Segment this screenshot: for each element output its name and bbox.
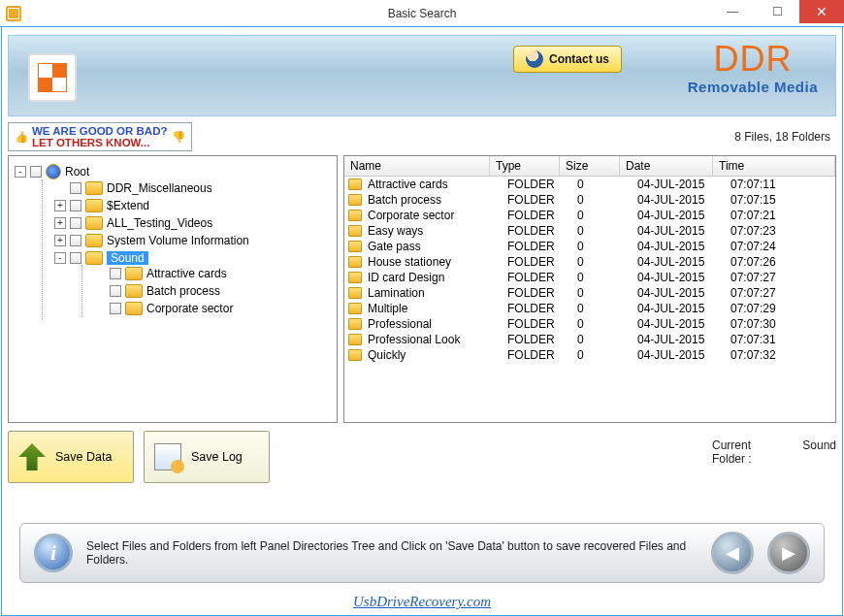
cell-name: Quickly bbox=[368, 348, 507, 362]
tree-checkbox[interactable] bbox=[70, 217, 81, 229]
cell-time: 07:07:15 bbox=[730, 193, 808, 207]
file-row[interactable]: Easy waysFOLDER004-JUL-201507:07:23 bbox=[344, 223, 835, 239]
cell-type: FOLDER bbox=[507, 271, 577, 284]
tree-expander[interactable]: - bbox=[54, 252, 66, 264]
cell-time: 07:07:26 bbox=[730, 255, 808, 269]
cell-type: FOLDER bbox=[507, 178, 577, 191]
col-size[interactable]: Size bbox=[560, 156, 620, 176]
folder-icon bbox=[348, 334, 362, 345]
cell-date: 04-JUL-2015 bbox=[637, 255, 730, 269]
cell-time: 07:07:29 bbox=[730, 302, 808, 315]
file-row[interactable]: Corporate sectorFOLDER004-JUL-201507:07:… bbox=[344, 208, 835, 223]
tree-node-label: DDR_Miscellaneous bbox=[107, 181, 212, 195]
tree-checkbox[interactable] bbox=[110, 268, 121, 279]
cell-time: 07:07:30 bbox=[730, 317, 808, 331]
file-row[interactable]: Professional LookFOLDER004-JUL-201507:07… bbox=[344, 332, 835, 347]
tree-node-label: Attractive cards bbox=[146, 267, 227, 280]
file-row[interactable]: ProfessionalFOLDER004-JUL-201507:07:30 bbox=[344, 316, 835, 332]
folder-icon bbox=[348, 225, 362, 237]
cell-name: Professional bbox=[368, 317, 507, 331]
cell-type: FOLDER bbox=[507, 348, 577, 362]
cell-date: 04-JUL-2015 bbox=[637, 348, 730, 362]
footer-link[interactable]: UsbDriveRecovery.com bbox=[353, 594, 491, 610]
tree-checkbox[interactable] bbox=[110, 285, 121, 297]
folder-icon bbox=[348, 178, 362, 190]
drive-icon bbox=[46, 164, 61, 179]
tree-node[interactable]: DDR_Miscellaneous bbox=[54, 181, 337, 195]
file-row[interactable]: House stationeyFOLDER004-JUL-201507:07:2… bbox=[344, 254, 835, 270]
tree-node[interactable]: Batch process bbox=[94, 284, 337, 298]
document-icon bbox=[154, 443, 181, 470]
file-rows[interactable]: Attractive cardsFOLDER004-JUL-201507:07:… bbox=[344, 177, 835, 422]
tree-checkbox[interactable] bbox=[70, 200, 81, 211]
cell-type: FOLDER bbox=[507, 240, 577, 253]
tree-checkbox[interactable] bbox=[70, 182, 81, 194]
tree-node-label: Batch process bbox=[146, 284, 220, 298]
folder-icon bbox=[125, 284, 143, 298]
tree-node[interactable]: +ALL_Testing_Videos bbox=[54, 216, 337, 230]
tree-expander[interactable]: + bbox=[54, 217, 66, 229]
tree-node[interactable]: Attractive cards bbox=[94, 267, 337, 280]
folder-icon bbox=[348, 241, 362, 252]
tree-node-label: $Extend bbox=[107, 199, 149, 212]
tree-expander[interactable]: - bbox=[15, 166, 26, 178]
person-icon bbox=[526, 50, 543, 68]
minimize-button[interactable]: — bbox=[710, 0, 755, 23]
tree-checkbox[interactable] bbox=[70, 235, 81, 246]
file-row[interactable]: QuicklyFOLDER004-JUL-201507:07:32 bbox=[344, 347, 835, 363]
tree-expander[interactable]: + bbox=[54, 235, 66, 246]
cell-name: Professional Look bbox=[368, 333, 507, 346]
close-button[interactable]: ✕ bbox=[799, 0, 844, 23]
cell-time: 07:07:11 bbox=[730, 178, 808, 191]
tree-checkbox[interactable] bbox=[70, 252, 81, 264]
cell-size: 0 bbox=[577, 178, 637, 191]
cell-name: Batch process bbox=[368, 193, 507, 207]
col-type[interactable]: Type bbox=[490, 156, 560, 176]
cell-type: FOLDER bbox=[507, 193, 577, 207]
product-logo bbox=[28, 53, 77, 102]
contact-us-button[interactable]: Contact us bbox=[513, 46, 622, 73]
folder-icon bbox=[348, 303, 362, 314]
cell-name: Multiple bbox=[368, 302, 507, 315]
tree-node[interactable]: +System Volume Information bbox=[54, 234, 337, 247]
file-row[interactable]: Gate passFOLDER004-JUL-201507:07:24 bbox=[344, 239, 835, 254]
app-icon bbox=[6, 6, 21, 21]
file-list: Name Type Size Date Time Attractive card… bbox=[343, 155, 836, 423]
tree-node[interactable]: Corporate sector bbox=[94, 302, 337, 315]
file-row[interactable]: ID card DesignFOLDER004-JUL-201507:07:27 bbox=[344, 270, 835, 285]
prev-button[interactable]: ◀ bbox=[711, 532, 754, 574]
file-row[interactable]: Attractive cardsFOLDER004-JUL-201507:07:… bbox=[344, 177, 835, 192]
next-button[interactable]: ▶ bbox=[767, 532, 810, 574]
file-row[interactable]: LaminationFOLDER004-JUL-201507:07:27 bbox=[344, 285, 835, 301]
col-time[interactable]: Time bbox=[713, 156, 835, 176]
directory-tree[interactable]: -RootDDR_Miscellaneous+$Extend+ALL_Testi… bbox=[8, 155, 338, 423]
brand-name: DDR bbox=[688, 42, 818, 77]
tree-node-label: Root bbox=[65, 165, 89, 178]
banner: Contact us DDR Removable Media bbox=[8, 35, 836, 116]
col-date[interactable]: Date bbox=[620, 156, 713, 176]
cell-time: 07:07:27 bbox=[730, 271, 808, 284]
column-headers: Name Type Size Date Time bbox=[344, 156, 835, 177]
file-row[interactable]: MultipleFOLDER004-JUL-201507:07:29 bbox=[344, 301, 835, 316]
cell-type: FOLDER bbox=[507, 302, 577, 315]
tree-node[interactable]: -Sound bbox=[54, 251, 337, 265]
brand-subtitle: Removable Media bbox=[688, 79, 818, 95]
col-name[interactable]: Name bbox=[344, 156, 490, 176]
cell-date: 04-JUL-2015 bbox=[637, 240, 730, 253]
cell-name: Lamination bbox=[368, 286, 507, 300]
titlebar: Basic Search — ☐ ✕ bbox=[0, 0, 844, 27]
folder-icon bbox=[85, 251, 103, 265]
cell-date: 04-JUL-2015 bbox=[637, 271, 730, 284]
tree-node[interactable]: -Root bbox=[15, 164, 337, 179]
tree-checkbox[interactable] bbox=[30, 166, 42, 178]
file-row[interactable]: Batch processFOLDER004-JUL-201507:07:15 bbox=[344, 192, 835, 208]
cell-date: 04-JUL-2015 bbox=[637, 209, 730, 222]
folder-icon bbox=[348, 287, 362, 299]
tree-checkbox[interactable] bbox=[110, 303, 121, 314]
window-title: Basic Search bbox=[388, 7, 457, 20]
cell-time: 07:07:31 bbox=[730, 333, 808, 346]
tree-expander[interactable]: + bbox=[54, 200, 66, 211]
maximize-button[interactable]: ☐ bbox=[755, 0, 799, 23]
tree-node[interactable]: +$Extend bbox=[54, 199, 337, 212]
folder-icon bbox=[85, 234, 103, 247]
